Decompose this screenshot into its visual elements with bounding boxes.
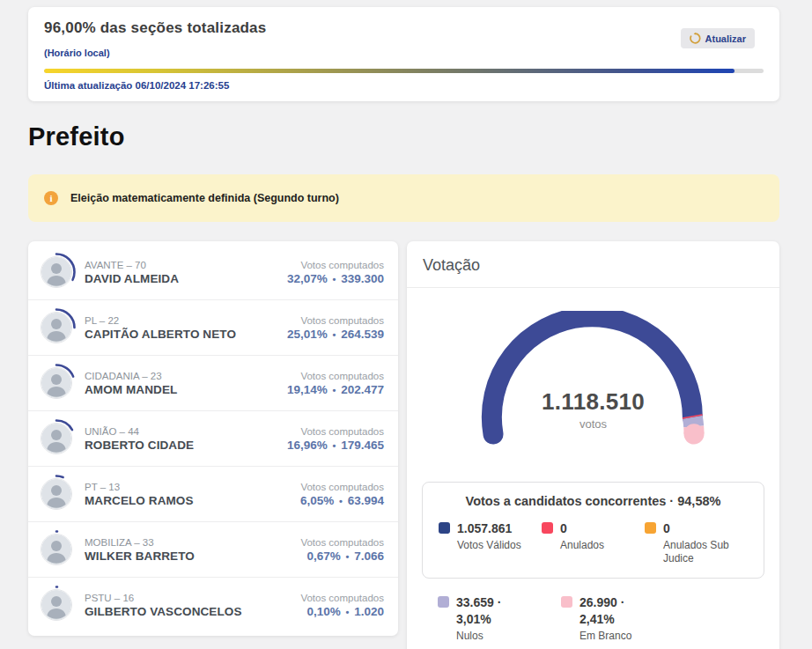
candidate-percent: 0,10% [307, 605, 341, 618]
dot-separator-icon: • [331, 385, 338, 395]
candidate-percent: 32,07% [287, 272, 328, 285]
candidate-name: GILBERTO VASCONCELOS [85, 605, 300, 618]
candidate-avatar [37, 530, 76, 569]
alert-text: Eleição matematicamente definida (Segund… [70, 192, 339, 204]
candidate-row[interactable]: PSTU – 16 GILBERTO VASCONCELOS Votos com… [28, 577, 398, 632]
candidate-avatar [37, 364, 76, 402]
candidate-party: PT – 13 [85, 482, 300, 492]
candidate-avatar [37, 253, 76, 291]
candidate-row[interactable]: UNIÃO – 44 ROBERTO CIDADE Votos computad… [28, 410, 398, 466]
candidate-row[interactable]: PT – 13 MARCELO RAMOS Votos computados 6… [28, 466, 398, 521]
totalization-progress-fill [44, 69, 734, 73]
legend-item: 26.990 · 2,41% Em Branco [561, 594, 684, 643]
candidate-vote-count: 63.994 [348, 494, 384, 507]
dot-separator-icon: • [331, 274, 338, 284]
last-update-text: Última atualização 06/10/2024 17:26:55 [44, 80, 764, 91]
refresh-button[interactable]: Atualizar [681, 28, 755, 48]
candidate-list: AVANTE – 70 DAVID ALMEIDA Votos computad… [28, 245, 398, 632]
legend-value: 26.990 · 2,41% [579, 594, 652, 628]
legend-swatch-icon [645, 522, 656, 534]
votes-computed-label: Votos computados [300, 593, 384, 603]
legend-label: Nulos [456, 630, 528, 643]
legend-value: 0 [560, 520, 604, 537]
candidate-percent: 0,67% [307, 549, 341, 563]
totalized-sections-title: 96,00% das seções totalizadas [44, 19, 266, 37]
candidate-name: WILKER BARRETO [85, 549, 300, 563]
candidate-votes: 6,05% • 63.994 [300, 494, 384, 507]
totalization-progress-bar [44, 69, 764, 73]
candidate-votes: 32,07% • 339.300 [287, 272, 384, 285]
candidate-row[interactable]: AVANTE – 70 DAVID ALMEIDA Votos computad… [28, 245, 398, 299]
legend-swatch-icon [439, 522, 450, 534]
competing-votes-title: Votos a candidatos concorrentes · 94,58% [423, 494, 764, 508]
legend-row-outside: 33.659 · 3,01% Nulos 26.990 · 2,41% Em B… [422, 594, 764, 643]
legend-row-inside: 1.057.861 Votos Válidos 0 Anulados 0 Anu… [423, 520, 764, 565]
candidate-party: MOBILIZA – 33 [85, 537, 300, 548]
candidate-name: DAVID ALMEIDA [85, 272, 287, 285]
candidate-vote-count: 202.477 [341, 383, 384, 396]
legend-item: 0 Anulados Sub Judice [645, 520, 748, 565]
candidate-row[interactable]: MOBILIZA – 33 WILKER BARRETO Votos compu… [28, 521, 398, 577]
votes-computed-label: Votos computados [300, 482, 384, 492]
candidate-party: CIDADANIA – 23 [85, 371, 287, 381]
candidate-photo [41, 423, 72, 454]
legend-item: 33.659 · 3,01% Nulos [438, 594, 561, 643]
candidate-avatar [37, 419, 76, 458]
votacao-card: Votação 1.118.510 votos Votos a candidat… [407, 241, 779, 649]
candidate-votes: 25,01% • 264.539 [287, 328, 384, 341]
legend-item: 0 Anulados [542, 520, 645, 565]
candidate-name: AMOM MANDEL [85, 383, 287, 396]
candidate-photo [41, 312, 72, 343]
gauge-arc [461, 311, 726, 459]
candidate-photo [41, 534, 72, 565]
candidate-percent: 19,14% [287, 383, 328, 396]
candidate-votes: 0,67% • 7.066 [300, 549, 384, 563]
legend-item: 1.057.861 Votos Válidos [439, 520, 542, 565]
candidate-name: ROBERTO CIDADE [85, 439, 287, 452]
votes-computed-label: Votos computados [287, 315, 384, 326]
legend-value: 33.659 · 3,01% [456, 594, 528, 628]
totalization-summary-card: 96,00% das seções totalizadas (Horário l… [28, 7, 779, 101]
candidate-percent: 16,96% [287, 439, 328, 452]
votes-computed-label: Votos computados [287, 426, 384, 437]
legend-value: 0 [663, 520, 735, 537]
candidate-votes: 19,14% • 202.477 [287, 383, 384, 396]
votes-computed-label: Votos computados [287, 371, 384, 381]
candidate-avatar [37, 586, 76, 624]
legend-label: Votos Válidos [457, 539, 521, 552]
candidate-party: UNIÃO – 44 [85, 426, 287, 437]
candidate-vote-count: 264.539 [341, 328, 384, 341]
candidate-votes: 0,10% • 1.020 [300, 605, 384, 618]
votes-gauge-chart: 1.118.510 votos [461, 311, 726, 462]
legend-swatch-icon [542, 522, 553, 534]
votes-computed-label: Votos computados [300, 537, 384, 548]
legend-swatch-icon [438, 596, 449, 608]
candidate-row[interactable]: PL – 22 CAPITÃO ALBERTO NETO Votos compu… [28, 299, 398, 355]
candidates-card: AVANTE – 70 DAVID ALMEIDA Votos computad… [28, 241, 398, 636]
candidate-votes: 16,96% • 179.465 [287, 439, 384, 452]
timezone-note: (Horário local) [44, 48, 266, 58]
refresh-label: Atualizar [705, 33, 746, 44]
legend-swatch-icon [561, 596, 572, 608]
votacao-panel-title: Votação [407, 241, 779, 288]
candidate-photo [41, 478, 72, 510]
candidate-name: MARCELO RAMOS [85, 494, 300, 507]
candidate-photo [41, 589, 72, 621]
legend-label: Em Branco [579, 630, 652, 643]
dot-separator-icon: • [344, 551, 351, 562]
candidate-vote-count: 1.020 [354, 605, 384, 618]
candidate-row[interactable]: CIDADANIA – 23 AMOM MANDEL Votos computa… [28, 355, 398, 410]
candidate-photo [41, 367, 72, 399]
candidate-party: PL – 22 [85, 315, 287, 326]
candidate-percent: 6,05% [300, 494, 334, 507]
page-title: Prefeito [28, 122, 779, 151]
candidate-party: PSTU – 16 [85, 593, 300, 603]
candidate-name: CAPITÃO ALBERTO NETO [85, 328, 287, 341]
dot-separator-icon: • [331, 440, 338, 451]
election-defined-alert: i Eleição matematicamente definida (Segu… [28, 174, 779, 222]
candidate-avatar [37, 475, 76, 513]
candidate-percent: 25,01% [287, 328, 328, 341]
candidate-vote-count: 7.066 [354, 549, 384, 563]
candidate-avatar [37, 308, 76, 347]
competing-votes-box: Votos a candidatos concorrentes · 94,58%… [422, 482, 764, 579]
